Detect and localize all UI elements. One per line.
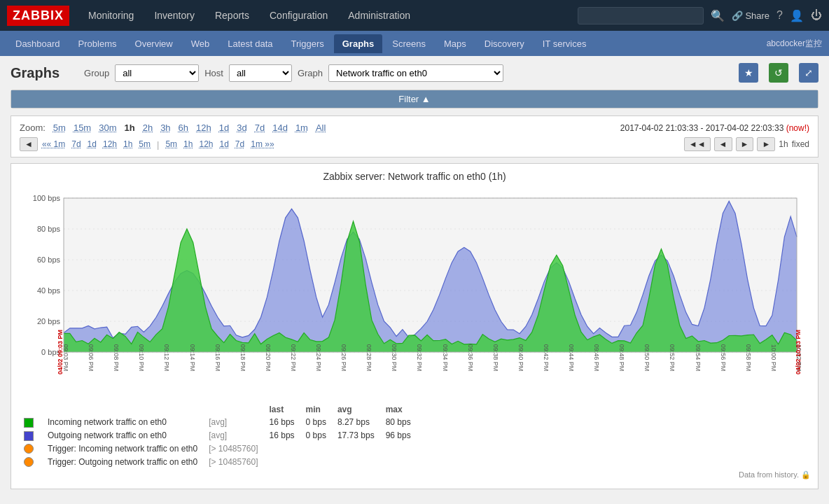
nav-overview[interactable]: Overview [127,34,181,53]
nav-back-1h[interactable]: 1h [121,139,134,150]
nav-triggers[interactable]: Triggers [283,34,333,53]
legend-min-1: 0 bps [300,429,332,442]
nav-fwd-7d[interactable]: 7d [233,139,246,150]
page-content: Graphs Group all Host all Graph Network … [0,56,829,503]
zoom-1m[interactable]: 1m [293,122,310,134]
legend-col-min: min [300,403,332,416]
graph-container: Zabbix server: Network traffic on eth0 (… [11,163,818,489]
nav-configuration[interactable]: Configuration [261,4,336,27]
legend-color-1 [18,429,42,442]
legend-color-2 [18,442,42,456]
nav-dashboard[interactable]: Dashboard [7,34,69,53]
user-icon[interactable]: 👤 [790,9,804,22]
search-button[interactable]: 🔍 [711,9,725,22]
group-select[interactable]: all [115,64,199,82]
zoom-1d[interactable]: 1d [217,122,231,134]
graph-legend: last min avg max Incoming network traffi… [18,403,811,468]
legend-row-1: Outgoing network traffic on eth0[avg]16 … [18,429,417,442]
nav-fwd-12h[interactable]: 12h [197,139,215,150]
share-button[interactable]: 🔗 Share [732,10,769,21]
nav-left: ◄ «« 1m 7d 1d 12h 1h 5m | 5m 1h 12h 1d 7… [20,137,277,151]
legend-col-last: last [264,403,300,416]
help-icon[interactable]: ? [776,9,783,22]
nav-right: ◄◄ ◄ ► ► 1h fixed [684,137,809,151]
search-input[interactable] [578,7,704,24]
legend-table: last min avg max Incoming network traffi… [18,403,417,468]
zoom-30m[interactable]: 30m [97,122,118,134]
zoom-all[interactable]: All [314,122,328,134]
legend-last-3 [264,455,300,468]
date-range-text: 2017-04-02 21:03:33 - 2017-04-02 22:03:3… [620,123,784,133]
nav-graphs[interactable]: Graphs [334,34,383,53]
zoom-12h[interactable]: 12h [194,122,214,134]
zoom-14d[interactable]: 14d [270,122,290,134]
graph-wrapper [18,188,811,398]
zoom-7d[interactable]: 7d [253,122,267,134]
nav-maps[interactable]: Maps [436,34,475,53]
legend-min-0: 0 bps [300,416,332,429]
host-select[interactable]: all [229,64,292,82]
nav-fwd-1d[interactable]: 1d [217,139,230,150]
nav-discovery[interactable]: Discovery [476,34,533,53]
date-now: (now!) [786,123,809,133]
nav-back-7d[interactable]: 7d [69,139,83,150]
top-nav-right: 🔍 🔗 Share ? 👤 ⏻ [578,7,822,24]
nav-fwd-5m[interactable]: 5m [163,139,179,150]
legend-name-0: Incoming network traffic on eth0 [42,416,203,429]
filter-label: Filter ▲ [398,94,430,104]
graph-select[interactable]: Network traffic on eth0 [328,64,503,82]
nav-prev-page[interactable]: ◄◄ [684,137,711,151]
power-icon[interactable]: ⏻ [811,9,822,22]
nav-back-all[interactable]: ◄ [20,137,38,151]
share-icon: 🔗 [732,10,743,21]
zoom-6h[interactable]: 6h [176,122,190,134]
nav-monitoring[interactable]: Monitoring [80,4,142,27]
nav-prev[interactable]: ◄ [714,137,732,151]
zoom-5m[interactable]: 5m [51,122,68,134]
legend-spacer [18,403,264,416]
favorite-button[interactable]: ★ [739,63,758,83]
legend-last-1: 16 bps [264,429,300,442]
legend-name-3: Trigger: Outgoing network traffic on eth… [42,455,203,468]
legend-type-2: [> 10485760] [203,442,263,456]
nav-back-5m[interactable]: 5m [137,139,153,150]
nav-reports[interactable]: Reports [207,4,258,27]
zoom-15m[interactable]: 15m [71,122,93,134]
zoom-2h[interactable]: 2h [141,122,155,134]
legend-max-0: 80 bps [380,416,417,429]
second-navigation: Dashboard Problems Overview Web Latest d… [0,31,829,56]
top-nav-items: Monitoring Inventory Reports Configurati… [80,4,578,27]
legend-min-3 [300,455,332,468]
nav-web[interactable]: Web [183,34,218,53]
expand-button[interactable]: ⤢ [799,63,818,83]
nav-inventory[interactable]: Inventory [146,4,203,27]
graph-canvas[interactable] [18,188,811,398]
nav-latest-data[interactable]: Latest data [219,34,281,53]
nav-next-page[interactable]: ► [757,137,775,151]
data-footer: Data from history. 🔒 [18,468,811,482]
nav-back-1d[interactable]: 1d [85,139,99,150]
nav-next[interactable]: ► [736,137,754,151]
legend-color-0 [18,416,42,429]
zoom-1h[interactable]: 1h [123,122,137,134]
top-navigation: ZABBIX Monitoring Inventory Reports Conf… [0,0,829,31]
legend-type-0: [avg] [203,416,263,429]
nav-fwd-1h[interactable]: 1h [181,139,195,150]
refresh-button[interactable]: ↺ [769,63,788,83]
zoom-3h[interactable]: 3h [158,122,172,134]
nav-problems[interactable]: Problems [70,34,125,53]
nav-back-1m[interactable]: «« 1m [40,139,67,150]
legend-last-0: 16 bps [264,416,300,429]
graph-label: Graph [298,68,323,78]
nav-fwd-1m[interactable]: 1m »» [249,139,276,150]
nav-administration[interactable]: Administration [340,4,419,27]
legend-type-1: [avg] [203,429,263,442]
nav-it-services[interactable]: IT services [534,34,595,53]
legend-avg-1: 17.73 bps [332,429,380,442]
zoom-3d[interactable]: 3d [235,122,249,134]
host-label: Host [204,68,223,78]
nav-screens[interactable]: Screens [384,34,434,53]
filter-bar-toggle[interactable]: Filter ▲ [11,90,818,108]
legend-type-3: [> 10485760] [203,455,263,468]
nav-back-12h[interactable]: 12h [101,139,119,150]
